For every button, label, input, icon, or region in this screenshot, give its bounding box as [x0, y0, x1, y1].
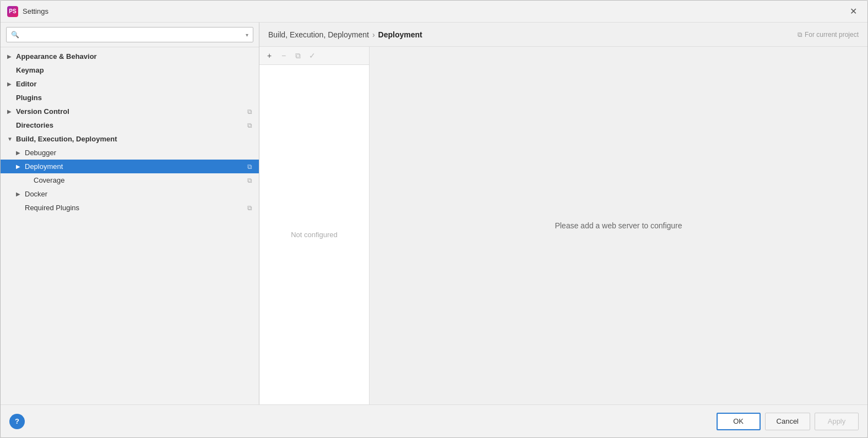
sidebar-item-deployment[interactable]: ▶ Deployment ⧉: [1, 160, 259, 173]
copy-icon: ⧉: [247, 163, 252, 171]
search-wrapper: 🔍 ▾: [6, 27, 253, 42]
for-current-project[interactable]: ⧉ For current project: [798, 31, 859, 39]
sidebar-item-directories[interactable]: Directories ⧉: [1, 118, 259, 132]
apply-button[interactable]: Apply: [815, 413, 859, 430]
sidebar-item-coverage[interactable]: Coverage ⧉: [1, 173, 259, 187]
sidebar-item-label: Plugins: [16, 94, 252, 102]
project-label: For current project: [805, 31, 859, 39]
not-configured-label: Not configured: [291, 231, 338, 239]
sidebar-item-label: Keymap: [16, 66, 252, 74]
sidebar-item-version-control[interactable]: ▶ Version Control ⧉: [1, 105, 259, 118]
add-server-button[interactable]: +: [263, 49, 276, 62]
server-list-content: Not configured: [259, 65, 369, 404]
expand-arrow: ▶: [16, 191, 25, 197]
sidebar-item-label: Debugger: [25, 149, 252, 157]
settings-dialog: PS Settings ✕ 🔍 ▾ ▶ Appearance & Behavio…: [0, 0, 868, 438]
bottom-bar: ? OK Cancel Apply: [1, 404, 867, 437]
sidebar-item-appearance-behavior[interactable]: ▶ Appearance & Behavior: [1, 50, 259, 63]
expand-arrow: ▶: [7, 53, 16, 59]
copy-icon: ⧉: [247, 204, 252, 212]
main-panel: Build, Execution, Deployment › Deploymen…: [259, 23, 867, 404]
sidebar-item-label: Docker: [25, 190, 252, 198]
panel-body: + − ⧉ ✓ Not configured Please add a web …: [259, 47, 867, 404]
expand-arrow: ▶: [16, 163, 25, 169]
sidebar-item-label: Appearance & Behavior: [16, 52, 252, 61]
sidebar-item-docker[interactable]: ▶ Docker: [1, 187, 259, 201]
expand-arrow: ▶: [7, 108, 16, 114]
sidebar-item-label: Directories: [16, 121, 243, 129]
sidebar-item-label: Required Plugins: [25, 204, 243, 212]
copy-server-button[interactable]: ⧉: [291, 49, 305, 62]
search-icon: 🔍: [11, 31, 19, 39]
search-dropdown-arrow[interactable]: ▾: [246, 32, 248, 38]
title-bar: PS Settings ✕: [1, 1, 867, 23]
close-button[interactable]: ✕: [845, 4, 861, 19]
app-icon: PS: [7, 6, 18, 17]
sidebar-item-build-execution-deployment[interactable]: ▼ Build, Execution, Deployment: [1, 132, 259, 146]
sidebar-item-label: Version Control: [16, 107, 243, 116]
search-box: 🔍 ▾: [1, 23, 259, 47]
content-area: 🔍 ▾ ▶ Appearance & Behavior Keymap: [1, 23, 867, 404]
sidebar-item-required-plugins[interactable]: Required Plugins ⧉: [1, 201, 259, 215]
main-content-area: Please add a web server to configure: [370, 47, 867, 404]
breadcrumb: Build, Execution, Deployment › Deploymen…: [259, 23, 867, 47]
expand-arrow: ▼: [7, 136, 16, 142]
window-title: Settings: [23, 7, 845, 15]
expand-arrow: ▶: [7, 81, 16, 87]
copy-icon: ⧉: [247, 108, 252, 116]
sidebar-item-plugins[interactable]: Plugins: [1, 91, 259, 105]
remove-server-button[interactable]: −: [277, 49, 290, 62]
ok-button[interactable]: OK: [717, 413, 761, 430]
breadcrumb-parent: Build, Execution, Deployment: [268, 30, 369, 39]
server-toolbar: + − ⧉ ✓: [259, 47, 369, 65]
sidebar: 🔍 ▾ ▶ Appearance & Behavior Keymap: [1, 23, 259, 404]
sidebar-item-label: Build, Execution, Deployment: [16, 135, 252, 143]
sidebar-item-keymap[interactable]: Keymap: [1, 63, 259, 77]
help-button[interactable]: ?: [9, 414, 25, 429]
configure-message: Please add a web server to configure: [555, 221, 682, 230]
copy-icon: ⧉: [247, 177, 252, 184]
sidebar-item-label: Coverage: [34, 176, 243, 184]
project-copy-icon: ⧉: [798, 31, 802, 39]
breadcrumb-separator: ›: [372, 30, 375, 39]
check-server-button[interactable]: ✓: [306, 49, 319, 62]
sidebar-item-editor[interactable]: ▶ Editor: [1, 77, 259, 91]
copy-icon: ⧉: [247, 122, 252, 129]
expand-arrow: ▶: [16, 150, 25, 156]
sidebar-item-debugger[interactable]: ▶ Debugger: [1, 146, 259, 160]
server-list-panel: + − ⧉ ✓ Not configured: [259, 47, 370, 404]
cancel-button[interactable]: Cancel: [765, 413, 810, 430]
sidebar-tree: ▶ Appearance & Behavior Keymap ▶ Editor …: [1, 47, 259, 404]
sidebar-item-label: Deployment: [25, 162, 243, 171]
search-input[interactable]: [21, 31, 246, 39]
breadcrumb-current: Deployment: [378, 30, 422, 39]
sidebar-item-label: Editor: [16, 80, 252, 88]
